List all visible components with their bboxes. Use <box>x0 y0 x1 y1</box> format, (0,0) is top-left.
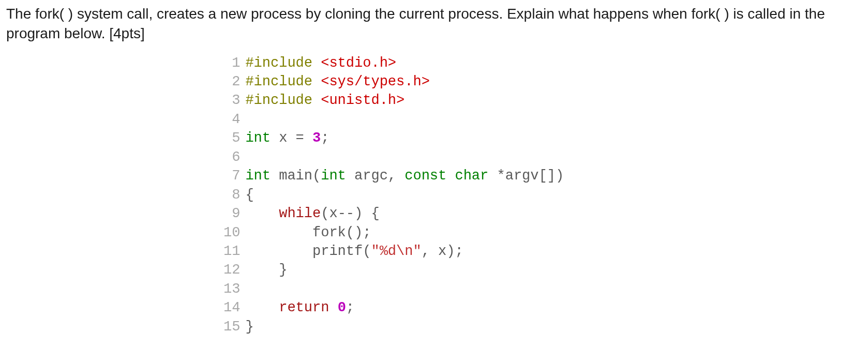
code-line: 10 fork(); <box>223 223 862 242</box>
code-line: 1#include <stdio.h> <box>223 54 862 72</box>
code-token: ( <box>312 168 321 184</box>
code-token: #include <box>245 93 321 108</box>
code-token: } <box>279 262 287 278</box>
code-token: ( <box>363 244 371 259</box>
line-number: 1 <box>223 54 240 72</box>
code-line: 14 return 0; <box>223 298 862 317</box>
code-token: main <box>279 168 312 184</box>
code-token: " <box>413 244 421 259</box>
code-token: fork <box>312 225 346 240</box>
code-token: { <box>371 206 379 221</box>
code-line: 7int main(int argc, const char *argv[]) <box>223 167 862 185</box>
question-text: The fork( ) system call, creates a new p… <box>6 4 862 43</box>
code-token: [ <box>539 168 547 184</box>
code-token: ) <box>556 168 564 184</box>
line-number: 9 <box>223 204 240 223</box>
code-token: int <box>321 168 346 184</box>
line-number: 7 <box>223 167 240 185</box>
code-token: ( <box>321 206 329 221</box>
code-token: , <box>388 168 396 184</box>
code-token: = <box>296 130 304 146</box>
code-line: 3#include <unistd.h> <box>223 91 862 110</box>
code-token: return <box>279 300 329 315</box>
code-token: ) <box>354 225 363 240</box>
code-line: 4 <box>223 110 862 129</box>
code-token: <sys/types.h> <box>321 74 430 89</box>
code-token: #include <box>245 55 321 71</box>
line-number: 12 <box>223 261 240 279</box>
code-token <box>245 206 279 221</box>
code-token: #include <box>245 74 321 89</box>
code-token: * <box>497 168 505 184</box>
code-token: x <box>271 130 296 146</box>
code-token <box>329 300 337 315</box>
code-token: ; <box>346 300 354 315</box>
code-token: argc <box>346 168 388 184</box>
code-token: ; <box>321 130 329 146</box>
line-number: 4 <box>223 110 240 129</box>
code-token: ( <box>346 225 354 240</box>
code-token <box>245 300 279 315</box>
code-token: <unistd.h> <box>321 93 405 108</box>
code-token: -- <box>338 206 354 221</box>
code-token: <stdio.h> <box>321 55 396 71</box>
code-token <box>245 244 312 259</box>
code-token: ; <box>363 225 371 240</box>
code-token: } <box>245 319 253 335</box>
line-number: 11 <box>223 242 240 261</box>
code-token: while <box>279 206 321 221</box>
line-number: 14 <box>223 298 240 317</box>
code-token <box>245 225 312 240</box>
line-number: 15 <box>223 317 240 336</box>
code-token: ; <box>455 244 463 259</box>
line-number: 5 <box>223 129 240 147</box>
code-token: int <box>245 168 271 184</box>
line-number: 13 <box>223 280 240 298</box>
code-token: { <box>245 187 253 203</box>
code-line: 5int x = 3; <box>223 129 862 147</box>
line-number: 10 <box>223 223 240 242</box>
code-token <box>488 168 497 184</box>
line-number: 8 <box>223 186 240 204</box>
code-token: const <box>405 168 446 184</box>
code-token: ] <box>547 168 556 184</box>
code-line: 9 while(x--) { <box>223 204 862 223</box>
code-line: 15} <box>223 317 862 336</box>
code-token <box>446 168 455 184</box>
code-token: 3 <box>312 130 321 146</box>
code-token: "%d <box>371 244 396 259</box>
code-token: x <box>329 206 337 221</box>
code-token <box>245 262 279 278</box>
code-line: 11 printf("%d\n", x); <box>223 242 862 261</box>
code-token: printf <box>312 244 363 259</box>
code-token: argv <box>505 168 539 184</box>
code-token: char <box>455 168 488 184</box>
code-line: 6 <box>223 148 862 167</box>
code-line: 8{ <box>223 186 862 204</box>
code-token <box>304 130 312 146</box>
code-line: 12 } <box>223 261 862 279</box>
code-line: 2#include <sys/types.h> <box>223 72 862 91</box>
line-number: 2 <box>223 72 240 91</box>
code-token: ) <box>354 206 363 221</box>
code-block: 1#include <stdio.h>2#include <sys/types.… <box>223 54 862 337</box>
line-number: 6 <box>223 148 240 167</box>
code-token: 0 <box>338 300 346 315</box>
code-token: int <box>245 130 271 146</box>
code-token <box>271 168 279 184</box>
code-token: , <box>422 244 430 259</box>
line-number: 3 <box>223 91 240 110</box>
code-token: x <box>430 244 446 259</box>
code-token <box>396 168 405 184</box>
code-line: 13 <box>223 280 862 298</box>
code-token: ) <box>446 244 455 259</box>
code-token: \n <box>396 244 413 259</box>
code-token <box>363 206 371 221</box>
